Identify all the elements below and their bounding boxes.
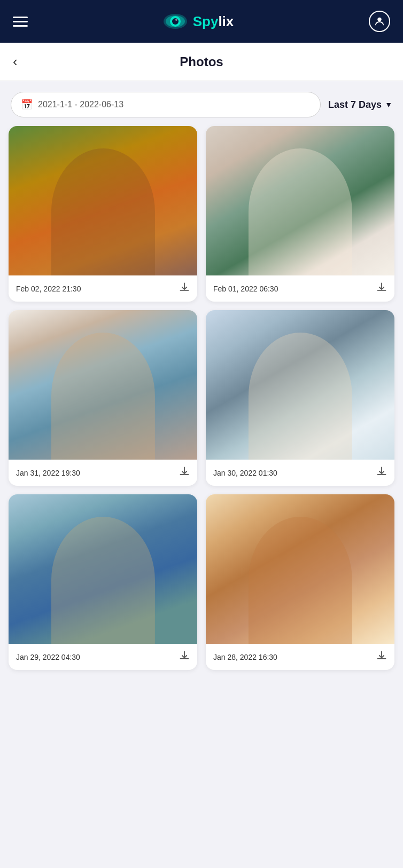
- days-filter-label: Last 7 Days: [328, 99, 382, 111]
- photo-image[interactable]: [9, 126, 197, 275]
- photo-image[interactable]: [206, 126, 394, 275]
- photo-card: Feb 02, 2022 21:30: [9, 126, 197, 302]
- logo-icon: [163, 13, 188, 29]
- back-button[interactable]: ‹: [13, 53, 18, 70]
- photo-card: Feb 01, 2022 06:30: [206, 126, 394, 302]
- photo-card: Jan 29, 2022 04:30: [9, 494, 197, 670]
- page-title: Photos: [180, 54, 223, 69]
- download-button[interactable]: [376, 466, 387, 479]
- photo-image[interactable]: [9, 310, 197, 460]
- svg-point-5: [377, 18, 381, 21]
- download-button[interactable]: [179, 650, 190, 664]
- calendar-icon: 📅: [21, 99, 33, 111]
- logo-text: Spylix: [193, 13, 234, 30]
- photo-date: Feb 01, 2022 06:30: [213, 285, 278, 293]
- photo-image[interactable]: [9, 494, 197, 644]
- photo-card: Jan 28, 2022 16:30: [206, 494, 394, 670]
- logo: Spylix: [163, 13, 234, 30]
- nav-bar: ‹ Photos: [0, 43, 403, 81]
- svg-point-3: [172, 18, 179, 25]
- download-button[interactable]: [376, 282, 387, 295]
- chevron-down-icon: ▼: [385, 100, 392, 109]
- photo-date: Jan 29, 2022 04:30: [16, 653, 80, 661]
- date-range-picker[interactable]: 📅 2021-1-1 - 2022-06-13: [11, 92, 321, 117]
- app-header: Spylix: [0, 0, 403, 43]
- menu-button[interactable]: [13, 17, 28, 27]
- svg-point-4: [175, 19, 177, 21]
- photo-date: Jan 30, 2022 01:30: [213, 469, 277, 477]
- download-button[interactable]: [179, 282, 190, 295]
- photo-date: Jan 28, 2022 16:30: [213, 653, 277, 661]
- photo-date: Jan 31, 2022 19:30: [16, 469, 80, 477]
- profile-button[interactable]: [369, 11, 390, 32]
- photo-date: Feb 02, 2022 21:30: [16, 285, 81, 293]
- photo-card: Jan 30, 2022 01:30: [206, 310, 394, 486]
- photo-image[interactable]: [206, 310, 394, 460]
- photo-grid: Feb 02, 2022 21:30 Feb 01, 2022 06:30 Ja…: [0, 126, 403, 683]
- download-button[interactable]: [179, 466, 190, 479]
- photo-image[interactable]: [206, 494, 394, 644]
- download-button[interactable]: [376, 650, 387, 664]
- photo-card: Jan 31, 2022 19:30: [9, 310, 197, 486]
- date-range-value: 2021-1-1 - 2022-06-13: [38, 100, 123, 109]
- days-filter-dropdown[interactable]: Last 7 Days ▼: [328, 99, 392, 111]
- filter-row: 📅 2021-1-1 - 2022-06-13 Last 7 Days ▼: [0, 81, 403, 126]
